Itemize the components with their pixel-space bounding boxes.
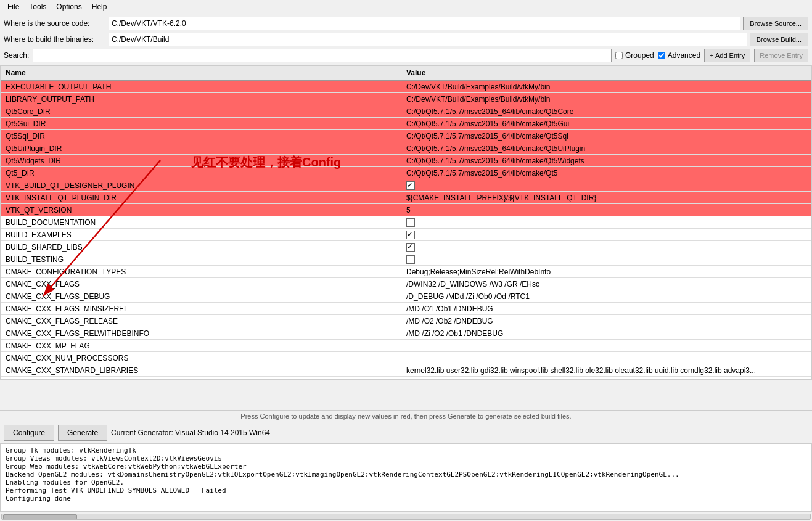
- log-line: Configuring done: [6, 494, 806, 503]
- action-row: Configure Generate Current Generator: Vi…: [0, 422, 812, 443]
- table-cell-value: [401, 241, 811, 253]
- table-cell-name: LIBRARY_OUTPUT_PATH: [1, 93, 401, 105]
- menu-tools[interactable]: Tools: [24, 1, 51, 12]
- table-cell-name: VTK_INSTALL_QT_PLUGIN_DIR: [1, 192, 401, 203]
- menu-options[interactable]: Options: [51, 1, 86, 12]
- table-cell-name: CMAKE_CXX_MP_FLAG: [1, 340, 401, 351]
- table-cell-value: [401, 253, 811, 265]
- top-panel: Where is the source code: Browse Source.…: [0, 14, 812, 65]
- log-line: Group Views modules: vtkViewsContext2D;v…: [6, 454, 806, 462]
- table-cell-name: CMAKE_CXX_FLAGS: [1, 278, 401, 290]
- table-row[interactable]: BUILD_DOCUMENTATION: [1, 216, 811, 229]
- table-row[interactable]: Qt5Core_DIRC:/Qt/Qt5.7.1/5.7/msvc2015_64…: [1, 105, 811, 118]
- log-line: Performing Test VTK_UNDEFINED_SYMBOLS_AL…: [6, 486, 806, 494]
- table-cell-name: Qt5Gui_DIR: [1, 118, 401, 129]
- col-name-header: Name: [1, 66, 401, 80]
- table-row[interactable]: Qt5Sql_DIRC:/Qt/Qt5.7.1/5.7/msvc2015_64/…: [1, 130, 811, 142]
- table-cell-name: CMAKE_CXX_NUM_PROCESSORS: [1, 352, 401, 364]
- table-cell-name: CMAKE_CXX_FLAGS_RELWITHDEBINFO: [1, 327, 401, 339]
- table-cell-value: ${CMAKE_INSTALL_PREFIX}/${VTK_INSTALL_QT…: [401, 192, 811, 203]
- table-row[interactable]: CMAKE_CXX_FLAGS_MINSIZEREL/MD /O1 /Ob1 /…: [1, 303, 811, 315]
- table-cell-name: CMAKE_CXX_FLAGS_DEBUG: [1, 290, 401, 302]
- config-table[interactable]: Name Value EXECUTABLE_OUTPUT_PATHC:/Dev/…: [0, 65, 812, 380]
- table-row[interactable]: CMAKE_CXX_FLAGS_DEBUG/D_DEBUG /MDd /Zi /…: [1, 290, 811, 303]
- table-row[interactable]: BUILD_SHARED_LIBS: [1, 241, 811, 253]
- table-row[interactable]: CMAKE_CXX_NUM_PROCESSORS: [1, 352, 811, 364]
- search-input[interactable]: [33, 49, 612, 62]
- table-cell-value: 5: [401, 204, 811, 216]
- table-row[interactable]: Qt5Gui_DIRC:/Qt/Qt5.7.1/5.7/msvc2015_64/…: [1, 118, 811, 130]
- table-checkbox[interactable]: [406, 231, 415, 239]
- menu-file[interactable]: File: [2, 1, 24, 12]
- table-cell-name: EXECUTABLE_OUTPUT_PATH: [1, 81, 401, 92]
- advanced-label: Advanced: [668, 51, 700, 60]
- menu-help[interactable]: Help: [87, 1, 112, 12]
- browse-source-button[interactable]: Browse Source...: [743, 17, 808, 30]
- search-row: Search: Grouped Advanced + Add Entry Rem…: [4, 49, 808, 62]
- table-cell-value: /MD /Zi /O2 /Ob1 /DNDEBUG: [401, 327, 811, 339]
- table-checkbox[interactable]: [406, 218, 415, 227]
- table-row[interactable]: VTK_INSTALL_QT_PLUGIN_DIR${CMAKE_INSTALL…: [1, 192, 811, 204]
- generator-label: Current Generator: Visual Studio 14 2015…: [111, 429, 270, 437]
- table-row[interactable]: VTK_QT_VERSION5: [1, 204, 811, 216]
- config-table-wrapper: Name Value EXECUTABLE_OUTPUT_PATHC:/Dev/…: [0, 65, 812, 410]
- table-cell-value: C:/Qt/Qt5.7.1/5.7/msvc2015_64/lib/cmake/…: [401, 130, 811, 142]
- log-panel[interactable]: Group Tk modules: vtkRenderingTkGroup Vi…: [0, 443, 812, 511]
- table-row[interactable]: CMAKE_CONFIGURATION_TYPESDebug;Release;M…: [1, 266, 811, 278]
- table-row[interactable]: CMAKE_CXX_MP_FLAG: [1, 340, 811, 352]
- table-cell-value: C:/Qt/Qt5.7.1/5.7/msvc2015_64/lib/cmake/…: [401, 142, 811, 154]
- table-row[interactable]: CMAKE_CXX_FLAGS_RELWITHDEBINFO/MD /Zi /O…: [1, 327, 811, 340]
- table-cell-name: Qt5UiPlugin_DIR: [1, 142, 401, 154]
- table-checkbox[interactable]: [406, 243, 415, 252]
- table-row[interactable]: Qt5UiPlugin_DIRC:/Qt/Qt5.7.1/5.7/msvc201…: [1, 142, 811, 155]
- add-entry-button[interactable]: + Add Entry: [704, 49, 750, 62]
- table-cell-value: C:/Qt/Qt5.7.1/5.7/msvc2015_64/lib/cmake/…: [401, 105, 811, 117]
- status-bar: Press Configure to update and display ne…: [0, 410, 812, 422]
- table-row[interactable]: Qt5_DIRC:/Qt/Qt5.7.1/5.7/msvc2015_64/lib…: [1, 167, 811, 179]
- browse-build-button[interactable]: Browse Build...: [750, 33, 808, 46]
- table-row[interactable]: VTK_BUILD_QT_DESIGNER_PLUGIN: [1, 179, 811, 192]
- table-row[interactable]: CMAKE_C_FLAGS /DWIN32 /D_WINDOWS /W3: [1, 377, 811, 380]
- table-cell-name: VTK_BUILD_QT_DESIGNER_PLUGIN: [1, 179, 401, 191]
- table-row[interactable]: CMAKE_CXX_STANDARD_LIBRARIESkernel32.lib…: [1, 364, 811, 377]
- bottom-scrollbar[interactable]: [0, 511, 812, 521]
- table-row[interactable]: BUILD_TESTING: [1, 253, 811, 266]
- grouped-checkbox[interactable]: [615, 52, 623, 59]
- menu-bar: File Tools Options Help: [0, 0, 812, 14]
- build-input[interactable]: [109, 33, 747, 46]
- table-cell-name: BUILD_TESTING: [1, 253, 401, 265]
- table-row[interactable]: BUILD_EXAMPLES: [1, 229, 811, 241]
- generate-button[interactable]: Generate: [58, 425, 107, 441]
- table-cell-value: [401, 229, 811, 240]
- table-checkbox[interactable]: [406, 181, 415, 190]
- source-input[interactable]: [109, 17, 740, 30]
- table-row[interactable]: CMAKE_CXX_FLAGS /DWIN32 /D_WINDOWS /W3 /…: [1, 278, 811, 290]
- table-row[interactable]: Qt5Widgets_DIRC:/Qt/Qt5.7.1/5.7/msvc2015…: [1, 155, 811, 167]
- remove-entry-button[interactable]: Remove Entry: [754, 49, 808, 62]
- table-cell-value: /MD /O1 /Ob1 /DNDEBUG: [401, 303, 811, 314]
- log-line: Group Tk modules: vtkRenderingTk: [6, 446, 806, 454]
- table-header: Name Value: [1, 66, 811, 81]
- source-label: Where is the source code:: [4, 19, 109, 28]
- table-row[interactable]: CMAKE_CXX_FLAGS_RELEASE/MD /O2 /Ob2 /DND…: [1, 315, 811, 327]
- table-cell-value: /DWIN32 /D_WINDOWS /W3: [401, 377, 811, 380]
- table-cell-value: C:/Qt/Qt5.7.1/5.7/msvc2015_64/lib/cmake/…: [401, 155, 811, 166]
- table-cell-value: C:/Dev/VKT/Build/Examples/Build/vtkMy/bi…: [401, 93, 811, 105]
- scroll-track[interactable]: [1, 514, 811, 520]
- scroll-thumb[interactable]: [3, 514, 77, 519]
- table-checkbox[interactable]: [406, 255, 415, 264]
- advanced-checkbox[interactable]: [658, 52, 665, 59]
- configure-button[interactable]: Configure: [4, 425, 54, 441]
- grouped-checkbox-label: Grouped: [615, 51, 654, 60]
- table-cell-name: BUILD_EXAMPLES: [1, 229, 401, 240]
- status-text: Press Configure to update and display ne…: [240, 412, 571, 420]
- build-row: Where to build the binaries: Browse Buil…: [4, 33, 808, 46]
- table-cell-value: kernel32.lib user32.lib gdi32.lib winspo…: [401, 364, 811, 376]
- table-row[interactable]: LIBRARY_OUTPUT_PATHC:/Dev/VKT/Build/Exam…: [1, 93, 811, 105]
- table-row[interactable]: EXECUTABLE_OUTPUT_PATHC:/Dev/VKT/Build/E…: [1, 81, 811, 93]
- grouped-label: Grouped: [625, 51, 654, 60]
- table-cell-name: Qt5_DIR: [1, 167, 401, 179]
- log-line: Backend OpenGL2 modules: vtkDomainsChemi…: [6, 470, 806, 478]
- main-window: File Tools Options Help Where is the sou…: [0, 0, 812, 521]
- table-cell-name: Qt5Core_DIR: [1, 105, 401, 117]
